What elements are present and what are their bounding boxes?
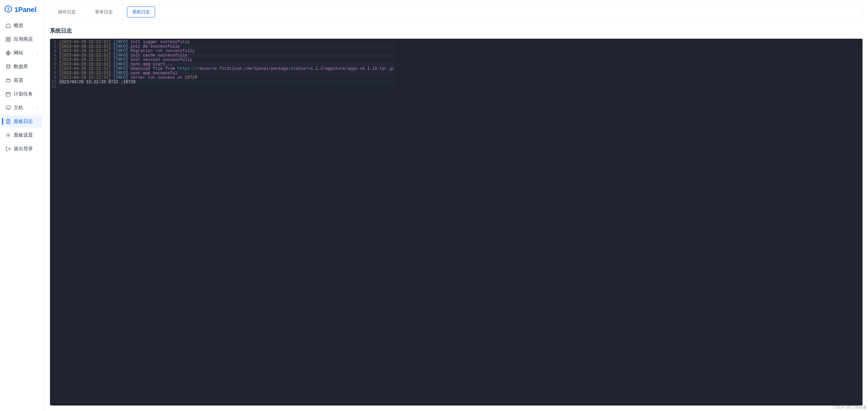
sidebar-item-label: 网站 [14, 50, 23, 56]
brand-text: 1Panel [14, 6, 36, 14]
sidebar-item-label: 容器 [14, 77, 23, 84]
apps-icon [5, 37, 11, 42]
sidebar: 1Panel 概览应用商店网站⌄数据库容器计划任务主机⌄面板日志面板设置退出登录 [0, 0, 45, 411]
content: 系统日志 1234567891011 [2023-04-20 15:22:31]… [50, 27, 863, 406]
tabbar: 操作日志登录日志系统日志 [50, 4, 863, 20]
sidebar-item-5[interactable]: 计划任务 [2, 88, 42, 100]
home-icon [5, 23, 11, 28]
svg-rect-7 [6, 92, 10, 96]
sidebar-item-8[interactable]: 面板设置 [2, 129, 42, 141]
svg-rect-2 [6, 40, 8, 41]
console: 1234567891011 [2023-04-20 15:22:31] [INF… [50, 39, 863, 406]
svg-rect-8 [6, 106, 10, 109]
console-line: 2023/04/20 15:22:33 8722 :19729 [59, 80, 394, 85]
console-gutter: 1234567891011 [50, 39, 59, 406]
sidebar-item-label: 数据库 [14, 64, 28, 70]
main: 操作日志登录日志系统日志 系统日志 1234567891011 [2023-04… [45, 0, 868, 411]
sidebar-item-label: 面板设置 [14, 132, 33, 138]
sidebar-nav: 概览应用商店网站⌄数据库容器计划任务主机⌄面板日志面板设置退出登录 [2, 20, 42, 155]
svg-rect-1 [9, 37, 10, 39]
brand-logo: 1Panel [2, 3, 42, 20]
sidebar-item-6[interactable]: 主机⌄ [2, 102, 42, 114]
log-icon [5, 119, 11, 124]
sidebar-item-4[interactable]: 容器 [2, 74, 42, 87]
chevron-down-icon: ⌄ [36, 106, 39, 110]
svg-rect-3 [9, 40, 10, 41]
svg-point-10 [8, 134, 9, 136]
database-icon [5, 64, 11, 69]
sidebar-item-3[interactable]: 数据库 [2, 61, 42, 73]
tab-1[interactable]: 登录日志 [90, 7, 117, 17]
sidebar-item-1[interactable]: 应用商店 [2, 33, 42, 46]
sidebar-item-label: 主机 [14, 105, 23, 111]
logout-icon [5, 146, 11, 152]
host-icon [5, 105, 11, 111]
sidebar-item-0[interactable]: 概览 [2, 20, 42, 32]
tab-0[interactable]: 操作日志 [53, 7, 80, 17]
page-title: 系统日志 [50, 27, 863, 35]
sidebar-item-9[interactable]: 退出登录 [2, 143, 42, 155]
chevron-down-icon: ⌄ [36, 51, 39, 55]
sidebar-item-label: 面板日志 [14, 118, 33, 125]
svg-point-5 [7, 64, 10, 66]
tab-2[interactable]: 系统日志 [127, 7, 155, 17]
sidebar-item-label: 计划任务 [14, 91, 33, 97]
watermark: CSDN @江湖有缘 [833, 404, 867, 410]
container-icon [5, 78, 11, 83]
sidebar-item-label: 应用商店 [14, 36, 33, 42]
sidebar-item-label: 概览 [14, 23, 23, 29]
svg-rect-0 [6, 37, 8, 39]
svg-rect-6 [6, 79, 10, 82]
console-lines: [2023-04-20 15:22:31] [INFO] init logger… [59, 39, 395, 406]
gear-icon [5, 132, 11, 138]
schedule-icon [5, 91, 11, 97]
globe-icon [5, 50, 11, 56]
sidebar-item-2[interactable]: 网站⌄ [2, 47, 42, 59]
brand-hex-icon [4, 5, 12, 15]
sidebar-item-label: 退出登录 [14, 146, 33, 152]
sidebar-item-7[interactable]: 面板日志 [2, 115, 42, 128]
